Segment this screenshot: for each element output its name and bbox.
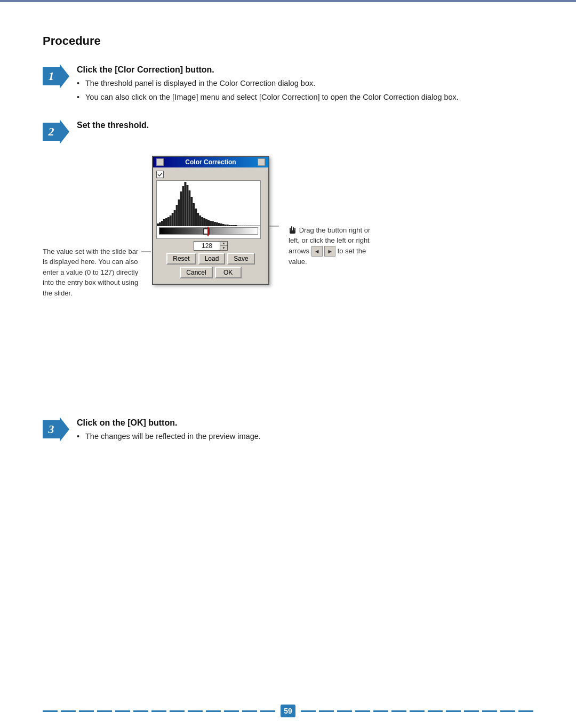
svg-rect-23 — [193, 203, 195, 226]
svg-rect-49 — [247, 226, 250, 226]
step-3-bullet-1: The changes will be reflected in the pre… — [77, 431, 533, 443]
dialog-titlebar: Color Correction — [153, 157, 268, 167]
value-input-group: 128 ▲ ▼ — [194, 241, 228, 251]
svg-rect-46 — [241, 226, 243, 226]
step-3-icon: 3 — [43, 416, 69, 443]
slider-area — [157, 227, 260, 237]
svg-rect-27 — [201, 217, 203, 226]
step-3-bullets: The changes will be reflected in the pre… — [77, 431, 533, 443]
dialog-checkbox[interactable] — [156, 171, 164, 178]
step-1-bullet-2: You can also click on the [Image] menu a… — [77, 92, 533, 103]
slider-track[interactable] — [159, 227, 258, 235]
section-title: Procedure — [43, 34, 533, 48]
save-button[interactable]: Save — [227, 253, 254, 265]
svg-rect-20 — [186, 185, 188, 226]
svg-marker-2 — [43, 119, 69, 144]
svg-marker-61 — [43, 417, 69, 442]
cancel-button[interactable]: Cancel — [180, 267, 212, 278]
right-annotation: Drag the button right or left, or click … — [280, 156, 381, 267]
value-spinners: ▲ ▼ — [220, 241, 228, 251]
svg-rect-32 — [212, 221, 214, 226]
svg-rect-28 — [203, 218, 205, 226]
svg-rect-48 — [245, 226, 247, 226]
svg-rect-7 — [159, 222, 161, 226]
page-number: 59 — [281, 705, 295, 717]
svg-marker-0 — [43, 64, 69, 89]
svg-rect-24 — [195, 209, 197, 226]
svg-rect-31 — [210, 221, 212, 226]
footer-dashes-right — [301, 710, 533, 712]
slider-marker — [207, 227, 209, 236]
value-input[interactable]: 128 — [194, 241, 220, 251]
dialog-area: The value set with the slide bar is disp… — [43, 156, 533, 405]
step-2-heading: Set the threshold. — [77, 121, 533, 130]
dialog-title: Color Correction — [185, 158, 236, 166]
svg-rect-40 — [229, 225, 231, 226]
svg-rect-54 — [258, 226, 260, 226]
step-1-bullet-1: The threshold panel is displayed in the … — [77, 78, 533, 90]
step-3-content: Click on the [OK] button. The changes wi… — [77, 416, 533, 445]
page-content: Procedure 1 Click the [Clor Correction] … — [0, 2, 576, 487]
svg-rect-10 — [165, 218, 167, 226]
svg-rect-11 — [167, 217, 170, 226]
step-3-row: 3 Click on the [OK] button. The changes … — [43, 416, 533, 445]
spinner-up[interactable]: ▲ — [220, 242, 227, 246]
svg-rect-15 — [176, 205, 178, 226]
left-arrow-btn[interactable]: ◄ — [311, 246, 323, 257]
svg-rect-12 — [170, 215, 172, 226]
svg-text:3: 3 — [48, 422, 54, 436]
dialog-inner: 128 ▲ ▼ Reset Load Save Cancel — [153, 167, 268, 284]
svg-rect-22 — [190, 197, 193, 226]
svg-rect-14 — [174, 210, 176, 226]
svg-rect-26 — [199, 215, 201, 226]
svg-rect-51 — [252, 226, 254, 226]
svg-rect-25 — [197, 213, 199, 226]
svg-rect-17 — [180, 191, 182, 226]
svg-rect-18 — [182, 186, 185, 226]
svg-rect-35 — [218, 223, 220, 226]
svg-rect-30 — [207, 220, 210, 226]
step-1-icon: 1 — [43, 63, 69, 90]
dialog-buttons-row-2: Cancel OK — [156, 267, 265, 278]
step-1-content: Click the [Clor Correction] button. The … — [77, 63, 533, 106]
right-connector — [269, 220, 280, 380]
load-button[interactable]: Load — [198, 253, 226, 265]
step-3-heading: Click on the [OK] button. — [77, 418, 533, 428]
svg-rect-42 — [233, 225, 235, 226]
dialog-zoom-box[interactable] — [258, 158, 265, 166]
svg-rect-21 — [188, 190, 190, 226]
svg-rect-57 — [293, 227, 294, 231]
svg-rect-16 — [178, 199, 180, 226]
histogram-svg — [157, 181, 260, 226]
svg-rect-33 — [214, 222, 216, 226]
svg-rect-47 — [243, 226, 245, 226]
left-annotation: The value set with the slide bar is disp… — [43, 156, 141, 299]
step-2-content: Set the threshold. — [77, 118, 533, 133]
step-1-bullets: The threshold panel is displayed in the … — [77, 78, 533, 103]
svg-text:1: 1 — [49, 69, 54, 83]
reset-button[interactable]: Reset — [166, 253, 196, 265]
value-row: 128 ▲ ▼ — [156, 241, 265, 251]
svg-rect-8 — [161, 221, 163, 226]
svg-rect-13 — [172, 213, 174, 226]
left-connector — [141, 245, 152, 405]
svg-rect-39 — [227, 225, 229, 226]
svg-rect-56 — [291, 226, 292, 230]
dialog-close-box[interactable] — [156, 158, 164, 166]
ok-button[interactable]: OK — [215, 267, 242, 278]
step-2-icon: 2 — [43, 118, 69, 145]
page-footer: 59 — [0, 705, 576, 728]
svg-rect-43 — [235, 225, 237, 226]
svg-rect-60 — [290, 230, 295, 234]
svg-rect-6 — [157, 223, 159, 226]
color-correction-dialog: Color Correction — [152, 156, 269, 285]
spinner-down[interactable]: ▼ — [220, 246, 227, 250]
svg-rect-44 — [237, 226, 239, 226]
svg-rect-9 — [163, 219, 165, 226]
right-arrow-btn[interactable]: ► — [324, 246, 335, 257]
step-1-row: 1 Click the [Clor Correction] button. Th… — [43, 63, 533, 106]
slider-handle[interactable] — [203, 228, 210, 235]
svg-rect-41 — [231, 225, 233, 226]
checkbox-row — [156, 171, 265, 178]
svg-rect-52 — [254, 226, 256, 226]
